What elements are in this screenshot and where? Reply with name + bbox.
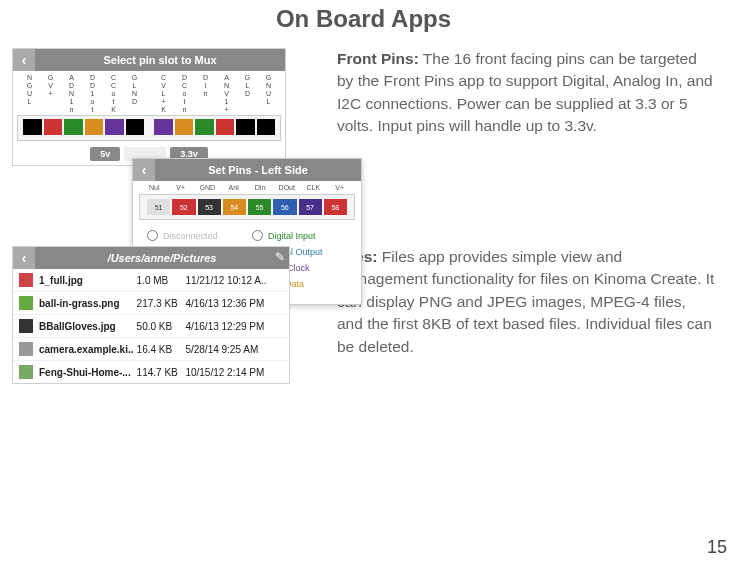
file-date: 11/21/12 10:12 A.. [185, 275, 283, 286]
file-date: 10/15/12 2:14 PM [185, 367, 283, 378]
files-text: Files: Files app provides simple view an… [337, 246, 715, 384]
files-body: Files app provides simple view and manag… [337, 248, 714, 355]
pin-label: DIn [195, 74, 216, 114]
pin-slot[interactable] [236, 119, 255, 135]
mux-titlebar: ‹ Select pin slot to Mux [13, 49, 285, 71]
side-pin[interactable]: 52 [172, 199, 195, 215]
side-pin[interactable]: 58 [324, 199, 347, 215]
back-icon[interactable]: ‹ [133, 159, 155, 181]
pin-label: GLND [124, 74, 145, 114]
pin-slot[interactable] [64, 119, 83, 135]
mux-widget: ‹ Select pin slot to Mux NGULGV+ADN1nDD1… [12, 48, 286, 166]
files-widget: ‹ /Users/anne/Pictures ✎ 1_full.jpg1.0 M… [12, 246, 290, 384]
pin-label: DD1ot [82, 74, 103, 114]
file-row[interactable]: ball-in-grass.png217.3 KB4/16/13 12:36 P… [13, 292, 289, 315]
file-thumb-icon [19, 365, 33, 379]
front-pins-text: Front Pins: The 16 front facing pins can… [337, 48, 715, 166]
file-date: 4/16/13 12:36 PM [185, 298, 283, 309]
file-name: 1_full.jpg [39, 275, 137, 286]
file-thumb-icon [19, 342, 33, 356]
file-date: 4/16/13 12:29 PM [185, 321, 283, 332]
file-thumb-icon [19, 319, 33, 333]
file-name: BBallGloves.jpg [39, 321, 137, 332]
file-size: 50.0 KB [137, 321, 186, 332]
file-row[interactable]: camera.example.ki..16.4 KB5/28/14 9:25 A… [13, 338, 289, 361]
pin-slot[interactable] [85, 119, 104, 135]
file-thumb-icon [19, 273, 33, 287]
side-col-label: DIn [247, 184, 274, 191]
front-pins-widget-area: ‹ Select pin slot to Mux NGULGV+ADN1nDD1… [12, 48, 312, 166]
side-col-label: Nul [141, 184, 168, 191]
file-row[interactable]: Feng-Shui-Home-...114.7 KB10/15/12 2:14 … [13, 361, 289, 383]
side-col-label: CLK [300, 184, 327, 191]
v5-button[interactable]: 5v [90, 147, 120, 161]
pin-label: NGUL [19, 74, 40, 114]
legend-item[interactable]: Disconnected [147, 230, 246, 241]
side-pin[interactable]: 53 [198, 199, 221, 215]
front-pins-heading: Front Pins: [337, 50, 419, 67]
pin-slot[interactable] [23, 119, 42, 135]
side-pins: 5152535455565758 [139, 194, 355, 220]
side-pin[interactable]: 56 [273, 199, 296, 215]
side-pin[interactable]: 55 [248, 199, 271, 215]
pin-slot[interactable] [195, 119, 214, 135]
side-col-label: AnI [221, 184, 248, 191]
pin-slot[interactable] [105, 119, 124, 135]
page-title: On Board Apps [12, 5, 715, 33]
file-size: 217.3 KB [137, 298, 186, 309]
legend-label: Disconnected [163, 231, 218, 241]
radio-icon [252, 230, 263, 241]
page-number: 15 [707, 537, 727, 558]
side-pin[interactable]: 54 [223, 199, 246, 215]
pin-slot[interactable] [257, 119, 276, 135]
pin-label: GNUL [258, 74, 279, 114]
back-icon[interactable]: ‹ [13, 247, 35, 269]
mux-pins [17, 115, 281, 141]
pin-label: CVL+K [153, 74, 174, 114]
mux-title: Select pin slot to Mux [35, 54, 285, 66]
side-col-label: V+ [168, 184, 195, 191]
file-size: 1.0 MB [137, 275, 186, 286]
mux-labels: NGULGV+ADN1nDD1otCCotKGLNDCVL+KDCotnDInA… [13, 71, 285, 115]
pin-label: ANV1+ [216, 74, 237, 114]
file-row[interactable]: 1_full.jpg1.0 MB11/21/12 10:12 A.. [13, 269, 289, 292]
file-size: 16.4 KB [137, 344, 186, 355]
side-pin[interactable]: 51 [147, 199, 170, 215]
file-list: 1_full.jpg1.0 MB11/21/12 10:12 A..ball-i… [13, 269, 289, 383]
file-size: 114.7 KB [137, 367, 186, 378]
pin-label: DCotn [174, 74, 195, 114]
side-titlebar: ‹ Set Pins - Left Side [133, 159, 361, 181]
legend-row: DisconnectedDigital Input [147, 230, 351, 241]
pin-label: GLD [237, 74, 258, 114]
side-pin[interactable]: 57 [299, 199, 322, 215]
pin-slot[interactable] [175, 119, 194, 135]
file-row[interactable]: BBallGloves.jpg50.0 KB4/16/13 12:29 PM [13, 315, 289, 338]
file-name: camera.example.ki.. [39, 344, 137, 355]
pin-slot[interactable] [216, 119, 235, 135]
edit-icon[interactable]: ✎ [275, 250, 285, 264]
legend-label: Digital Input [268, 231, 316, 241]
side-col-label: GND [194, 184, 221, 191]
side-col-labels: NulV+GNDAnIDInDOutCLKV+ [133, 181, 361, 192]
file-thumb-icon [19, 296, 33, 310]
files-titlebar: ‹ /Users/anne/Pictures ✎ [13, 247, 289, 269]
pin-label: ADN1n [61, 74, 82, 114]
side-col-label: DOut [274, 184, 301, 191]
pin-slot[interactable] [44, 119, 63, 135]
file-name: ball-in-grass.png [39, 298, 137, 309]
side-col-label: V+ [327, 184, 354, 191]
pin-slot[interactable] [154, 119, 173, 135]
legend-item[interactable]: Digital Input [252, 230, 351, 241]
file-date: 5/28/14 9:25 AM [185, 344, 283, 355]
file-name: Feng-Shui-Home-... [39, 367, 137, 378]
pin-label: GV+ [40, 74, 61, 114]
pin-label: CCotK [103, 74, 124, 114]
radio-icon [147, 230, 158, 241]
side-title: Set Pins - Left Side [155, 164, 361, 176]
pin-slot[interactable] [126, 119, 145, 135]
back-icon[interactable]: ‹ [13, 49, 35, 71]
files-path: /Users/anne/Pictures [35, 252, 289, 264]
